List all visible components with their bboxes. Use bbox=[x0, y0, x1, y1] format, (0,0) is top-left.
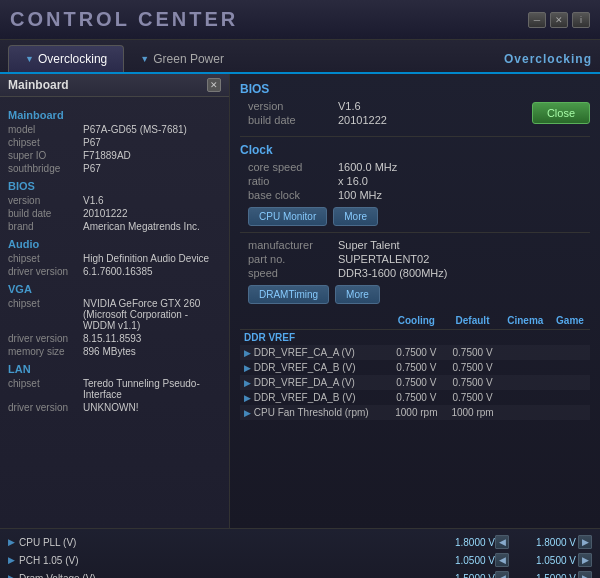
title-part2: Center bbox=[138, 8, 238, 30]
bios-date-label: build date bbox=[8, 208, 83, 219]
divider1 bbox=[240, 136, 590, 137]
audio-section-title: Audio bbox=[8, 238, 221, 250]
voltage-decrease-btn[interactable]: ◀ bbox=[495, 535, 509, 549]
info-button[interactable]: i bbox=[572, 12, 590, 28]
lan-chipset-row: chipset Teredo Tunneling Pseudo-Interfac… bbox=[8, 378, 221, 400]
voltage-decrease-btn[interactable]: ◀ bbox=[495, 553, 509, 567]
ddr-table-row: ▶ DDR_VREF_CA_B (V)0.7500 V0.7500 V bbox=[240, 360, 590, 375]
ratio-row: ratio x 16.0 bbox=[240, 175, 590, 187]
ddr-cell-game bbox=[550, 345, 590, 360]
ddr-row-name: ▶ DDR_VREF_DA_A (V) bbox=[240, 375, 388, 390]
audio-chipset-row: chipset High Definition Audio Device bbox=[8, 253, 221, 264]
bios-section: BIOS version V1.6 build date 20101222 Cl… bbox=[240, 82, 590, 128]
ddr-table-container: Cooling Default Cinema Game DDR VREF▶ DD… bbox=[240, 312, 590, 420]
bios-version-detail-label: version bbox=[248, 100, 338, 112]
ddr-cell-default: 0.7500 V bbox=[444, 375, 500, 390]
voltage-decrease-btn[interactable]: ◀ bbox=[495, 571, 509, 578]
bios-date-value: 20101222 bbox=[83, 208, 128, 219]
speed-label: speed bbox=[248, 267, 338, 279]
tab-overclocking[interactable]: ▼ Overclocking bbox=[8, 45, 124, 72]
tab-arrow-icon: ▼ bbox=[25, 54, 34, 64]
chipset-label: chipset bbox=[8, 137, 83, 148]
tab-green-power-label: Green Power bbox=[153, 52, 224, 66]
ddr-cell-cinema bbox=[501, 390, 550, 405]
bios-brand-value: American Megatrends Inc. bbox=[83, 221, 200, 232]
southbridge-value: P67 bbox=[83, 163, 101, 174]
vga-memory-row: memory size 896 MBytes bbox=[8, 346, 221, 357]
vga-section-title: VGA bbox=[8, 283, 221, 295]
core-speed-value: 1600.0 MHz bbox=[338, 161, 397, 173]
section-label: Overclocking bbox=[504, 52, 592, 72]
ddr-table-row: DDR VREF bbox=[240, 330, 590, 346]
col-header-name bbox=[240, 312, 388, 330]
bios-version-row: version V1.6 bbox=[8, 195, 221, 206]
panel-title: Mainboard bbox=[8, 78, 69, 92]
bios-version-label: version bbox=[8, 195, 83, 206]
ddr-cell-default: 0.7500 V bbox=[444, 360, 500, 375]
divider2 bbox=[240, 232, 590, 233]
voltage-increase-btn[interactable]: ▶ bbox=[578, 535, 592, 549]
partno-label: part no. bbox=[248, 253, 338, 265]
voltage-increase-btn[interactable]: ▶ bbox=[578, 553, 592, 567]
voltage-row: ▶ Dram Voltage (V) 1.5000 V ◀ 1.5000 V ▶ bbox=[8, 569, 592, 578]
manufacturer-label: manufacturer bbox=[248, 239, 338, 251]
ddr-cell-game bbox=[550, 405, 590, 420]
right-panel: BIOS version V1.6 build date 20101222 Cl… bbox=[230, 74, 600, 528]
lan-chipset-value: Teredo Tunneling Pseudo-Interface bbox=[83, 378, 221, 400]
panel-close-button[interactable]: ✕ bbox=[207, 78, 221, 92]
voltage-increase-btn[interactable]: ▶ bbox=[578, 571, 592, 578]
close-button[interactable]: ✕ bbox=[550, 12, 568, 28]
bios-date-detail-value: 20101222 bbox=[338, 114, 387, 126]
clock-more-button[interactable]: More bbox=[333, 207, 378, 226]
audio-driver-value: 6.1.7600.16385 bbox=[83, 266, 153, 277]
vga-chipset-row: chipset NVIDIA GeForce GTX 260 (Microsof… bbox=[8, 298, 221, 331]
lan-driver-row: driver version UNKNOWN! bbox=[8, 402, 221, 413]
ddr-cell-cooling: 0.7500 V bbox=[388, 345, 444, 360]
app-title: Control Center bbox=[10, 8, 238, 31]
superio-label: super IO bbox=[8, 150, 83, 161]
vga-chipset-value: NVIDIA GeForce GTX 260 (Microsoft Corpor… bbox=[83, 298, 221, 331]
voltage-row: ▶ PCH 1.05 (V) 1.0500 V ◀ 1.0500 V ▶ bbox=[8, 551, 592, 569]
ddr-row-name: ▶ CPU Fan Threshold (rpm) bbox=[240, 405, 388, 420]
voltage-controls: ◀ 1.0500 V ▶ bbox=[495, 553, 592, 567]
ddr-cell-default: 0.7500 V bbox=[444, 345, 500, 360]
memory-more-button[interactable]: More bbox=[335, 285, 380, 304]
ratio-value: x 16.0 bbox=[338, 175, 368, 187]
bios-close-button[interactable]: Close bbox=[532, 102, 590, 124]
ddr-cell-cooling: 0.7500 V bbox=[388, 390, 444, 405]
vga-driver-value: 8.15.11.8593 bbox=[83, 333, 141, 344]
model-value: P67A-GD65 (MS-7681) bbox=[83, 124, 187, 135]
speed-row: speed DDR3-1600 (800MHz) bbox=[240, 267, 590, 279]
vga-memory-label: memory size bbox=[8, 346, 83, 357]
audio-driver-label: driver version bbox=[8, 266, 83, 277]
col-header-game: Game bbox=[550, 312, 590, 330]
ddr-cell-default: 0.7500 V bbox=[444, 390, 500, 405]
voltage-name: CPU PLL (V) bbox=[19, 537, 430, 548]
bios-date-detail: build date 20101222 bbox=[240, 114, 532, 126]
core-speed-row: core speed 1600.0 MHz bbox=[240, 161, 590, 173]
clock-btn-group: CPU Monitor More bbox=[248, 207, 590, 226]
cpu-monitor-button[interactable]: CPU Monitor bbox=[248, 207, 327, 226]
lan-chipset-label: chipset bbox=[8, 378, 83, 400]
voltage-input-value: 1.8000 V bbox=[511, 537, 576, 548]
ddr-cell-cinema bbox=[501, 360, 550, 375]
left-panel: Mainboard ✕ Mainboard model P67A-GD65 (M… bbox=[0, 74, 230, 528]
voltage-controls: ◀ 1.5000 V ▶ bbox=[495, 571, 592, 578]
ddr-cell-game bbox=[550, 375, 590, 390]
mainboard-section-title: Mainboard bbox=[8, 109, 221, 121]
audio-chipset-value: High Definition Audio Device bbox=[83, 253, 209, 264]
ddr-cell-cinema bbox=[501, 345, 550, 360]
bios-version-value: V1.6 bbox=[83, 195, 104, 206]
tab-green-power[interactable]: ▼ Green Power bbox=[124, 46, 240, 72]
bios-version-detail-value: V1.6 bbox=[338, 100, 361, 112]
ddr-cell-cinema bbox=[501, 375, 550, 390]
voltage-arrow-icon: ▶ bbox=[8, 573, 15, 578]
vga-memory-value: 896 MBytes bbox=[83, 346, 136, 357]
chipset-value: P67 bbox=[83, 137, 101, 148]
voltage-input-value: 1.0500 V bbox=[511, 555, 576, 566]
minimize-button[interactable]: ─ bbox=[528, 12, 546, 28]
memory-btn-group: DRAMTiming More bbox=[248, 285, 590, 304]
col-header-cinema: Cinema bbox=[501, 312, 550, 330]
dram-timing-button[interactable]: DRAMTiming bbox=[248, 285, 329, 304]
base-clock-value: 100 MHz bbox=[338, 189, 382, 201]
